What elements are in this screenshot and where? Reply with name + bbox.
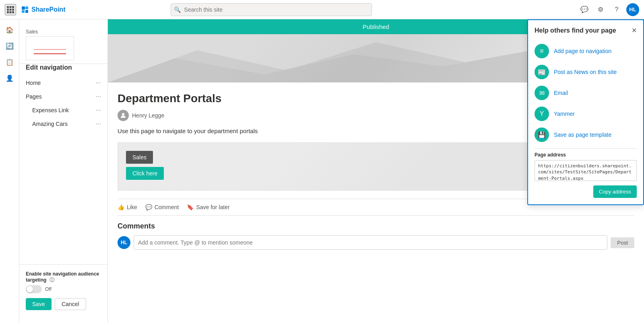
sidebar-item-amazing-cars[interactable]: Amazing Cars ··· (19, 117, 107, 131)
author-name: Henry Legge (132, 112, 164, 119)
help-option-save-template-icon: 💾 (535, 128, 549, 142)
copy-address-button[interactable]: Copy address (593, 185, 637, 198)
published-label: Published (363, 23, 389, 30)
settings-icon[interactable]: ⚙ (594, 3, 607, 16)
help-divider (535, 148, 637, 149)
svg-rect-10 (25, 6, 28, 9)
sidebar-item-expenses-menu[interactable]: ··· (96, 107, 101, 114)
list-icon[interactable]: 📋 (2, 55, 17, 69)
search-input[interactable] (171, 3, 372, 16)
sidebar-item-expenses-label: Expenses Link (32, 107, 69, 113)
topbar-actions: 💬 ⚙ ? HL (578, 3, 639, 16)
save-button[interactable]: Save (26, 298, 52, 310)
help-option-add-navigation-icon: ≡ (535, 44, 549, 58)
help-option-save-template-label: Save as page template (554, 132, 611, 138)
help-option-add-navigation[interactable]: ≡ Add page to navigation (535, 41, 637, 62)
toggle-state-label: Off (45, 286, 52, 292)
comment-icon: 💬 (145, 204, 152, 210)
sales-button[interactable]: Sales (126, 151, 153, 164)
iconbar: 🏠 🔄 📋 👤 (0, 19, 19, 323)
sidebar-save-row: Save Cancel (26, 298, 101, 310)
search-container: 🔍 (171, 3, 372, 16)
help-option-email-icon: ✉ (535, 86, 549, 100)
user-icon[interactable]: 👤 (2, 71, 17, 85)
save-for-later-action[interactable]: 🔖 Save for later (187, 204, 229, 210)
help-option-post-news[interactable]: 📰 Post as News on this site (535, 62, 637, 82)
app-logo[interactable]: SharePoint (21, 6, 65, 14)
info-icon[interactable]: ⓘ (50, 277, 54, 283)
comment-label: Comment (155, 204, 179, 210)
sync-icon[interactable]: 🔄 (2, 39, 17, 53)
page-address-input[interactable] (535, 160, 637, 181)
sales-thumbnail-area: Sales (19, 26, 107, 64)
help-icon[interactable]: ? (610, 3, 623, 16)
page-address-label: Page address (535, 152, 637, 158)
svg-rect-9 (22, 6, 25, 10)
help-panel-header: Help others find your page ✕ (535, 27, 637, 34)
sidebar-item-home-menu[interactable]: ··· (96, 79, 101, 86)
sidebar-item-pages-menu[interactable]: ··· (96, 93, 101, 100)
like-label: Like (127, 204, 137, 210)
sidebar: Sales Edit navigation Home ··· Pages ···… (19, 19, 108, 323)
like-action[interactable]: 👍 Like (118, 204, 137, 210)
sales-thumbnail (26, 36, 74, 60)
like-icon: 👍 (118, 204, 124, 210)
sidebar-item-amazing-cars-label: Amazing Cars (32, 121, 68, 127)
svg-rect-7 (10, 11, 12, 13)
cancel-button[interactable]: Cancel (55, 298, 86, 310)
sales-thumb-img (34, 42, 66, 54)
sidebar-footer: Enable site navigation audience targetin… (19, 264, 107, 317)
help-panel: Help others find your page ✕ ≡ Add page … (527, 19, 644, 205)
post-button[interactable]: Post (611, 237, 634, 248)
audience-targeting-toggle[interactable] (26, 285, 42, 293)
help-option-email-label: Email (554, 90, 568, 96)
comment-avatar: HL (118, 236, 130, 249)
svg-rect-2 (12, 6, 14, 8)
comments-title: Comments (118, 222, 634, 230)
help-option-save-template[interactable]: 💾 Save as page template (535, 124, 637, 145)
help-option-email[interactable]: ✉ Email (535, 82, 637, 103)
svg-rect-3 (7, 8, 9, 10)
svg-rect-11 (22, 10, 25, 13)
toggle-thumb (27, 286, 33, 292)
help-option-yammer-label: Yammer (554, 111, 575, 117)
sidebar-item-home[interactable]: Home ··· (19, 76, 107, 90)
comment-input-row: HL Post (118, 235, 634, 250)
svg-rect-8 (12, 11, 14, 13)
click-here-button[interactable]: Click here (126, 167, 164, 180)
comment-input[interactable] (134, 235, 607, 250)
home-icon[interactable]: 🏠 (2, 23, 17, 37)
search-icon: 🔍 (174, 6, 181, 13)
help-panel-title: Help others find your page (535, 27, 616, 34)
svg-rect-6 (7, 11, 9, 13)
avatar[interactable]: HL (626, 3, 639, 16)
svg-rect-1 (10, 6, 12, 8)
help-panel-close-button[interactable]: ✕ (632, 27, 637, 34)
help-option-post-news-label: Post as News on this site (554, 69, 617, 75)
help-option-yammer[interactable]: Y Yammer (535, 103, 637, 124)
toggle-label: Enable site navigation audience targetin… (26, 271, 101, 284)
sidebar-header: Edit navigation (19, 64, 107, 76)
chat-icon[interactable]: 💬 (578, 3, 591, 16)
topbar: SharePoint 🔍 💬 ⚙ ? HL (0, 0, 644, 19)
svg-point-15 (122, 113, 124, 115)
comment-action[interactable]: 💬 Comment (145, 204, 179, 210)
help-option-add-navigation-label: Add page to navigation (554, 48, 611, 54)
save-for-later-label: Save for later (196, 204, 229, 210)
sidebar-item-expenses[interactable]: Expenses Link ··· (19, 103, 107, 117)
waffle-menu-button[interactable] (5, 4, 16, 15)
svg-rect-12 (25, 10, 28, 13)
sidebar-item-pages-label: Pages (26, 93, 42, 100)
sidebar-item-home-label: Home (26, 80, 41, 86)
help-option-post-news-icon: 📰 (535, 65, 549, 79)
sidebar-item-pages[interactable]: Pages ··· (19, 90, 107, 103)
author-avatar (118, 110, 129, 121)
bookmark-icon: 🔖 (187, 204, 194, 210)
svg-rect-0 (7, 6, 9, 8)
comments-section: Comments HL Post (118, 222, 634, 259)
help-option-yammer-icon: Y (535, 107, 549, 121)
toggle-row: Off (26, 285, 101, 293)
app-name: SharePoint (31, 6, 65, 13)
svg-rect-5 (12, 8, 14, 10)
sidebar-item-amazing-cars-menu[interactable]: ··· (96, 120, 101, 128)
